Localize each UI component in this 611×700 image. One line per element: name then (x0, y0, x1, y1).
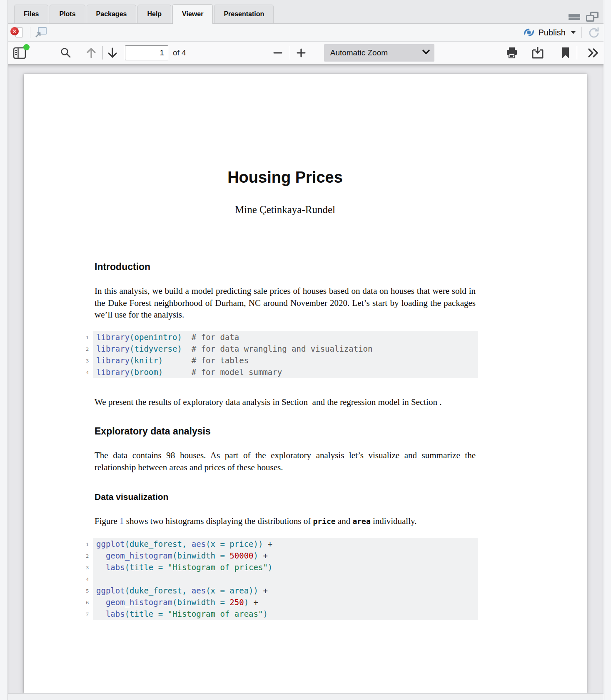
zoom-out-icon[interactable] (273, 48, 283, 58)
sidebar-toggle-icon[interactable] (12, 46, 27, 60)
minimize-pane-icon[interactable] (569, 14, 580, 20)
tab-packages[interactable]: Packages (87, 5, 137, 23)
tab-bar: FilesPlotsPackagesHelpViewerPresentation (8, 0, 604, 24)
text-segment: shows two histograms displaying the dist… (124, 516, 313, 526)
toolbar-separator (290, 46, 290, 60)
section-heading: Data visualization (95, 492, 476, 502)
text-segment: and (336, 516, 353, 526)
status-badge (23, 44, 30, 50)
reload-icon[interactable] (587, 26, 600, 39)
text-segment: We present the results of exploratory da… (95, 397, 441, 407)
more-tools-icon[interactable] (586, 47, 600, 59)
text-segment: In this analysis, we build a model predi… (95, 286, 476, 320)
line-number: 6 (78, 596, 89, 608)
text-segment: price (313, 517, 335, 526)
code-block: 1234library(openintro) # for datalibrary… (78, 331, 478, 378)
pdf-page: Housing Prices Mine Çetinkaya-Rundel Int… (24, 74, 587, 693)
toolbar-separator (30, 27, 30, 38)
tab-files[interactable]: Files (14, 5, 48, 23)
zoom-in-icon[interactable] (296, 48, 306, 58)
publish-button[interactable]: Publish (538, 28, 566, 37)
pdf-viewer-content[interactable]: Housing Prices Mine Çetinkaya-Rundel Int… (8, 65, 604, 700)
code-line: library(knitr) # for tables (96, 355, 478, 366)
paragraph: In this analysis, we build a model predi… (95, 285, 476, 321)
toolbar-separator (581, 27, 582, 38)
viewer-toolbar: ✕ Publish (8, 24, 604, 42)
code-line: labs(title = "Histogram of areas") (96, 608, 478, 620)
viewer-scrollbar-track[interactable] (604, 0, 611, 700)
code-line: labs(title = "Histogram of prices") (96, 561, 478, 573)
viewer-bottom-edge (8, 693, 604, 700)
page-up-icon[interactable] (85, 46, 97, 60)
text-segment: area (352, 517, 370, 526)
line-number-gutter: 1234 (78, 331, 93, 378)
text-segment: individually. (371, 516, 417, 526)
zoom-caret-icon (422, 49, 430, 55)
document: Housing Prices Mine Çetinkaya-Rundel Int… (95, 74, 476, 620)
tab-viewer[interactable]: Viewer (172, 4, 213, 24)
code-line: library(broom) # for model summary (96, 366, 478, 378)
figure-link[interactable]: 1 (120, 516, 124, 526)
paragraph: The data contains 98 houses. As part of … (95, 449, 476, 473)
open-new-window-icon[interactable] (35, 27, 47, 38)
page-number-input[interactable] (125, 45, 168, 60)
publish-group: Publish (523, 26, 600, 39)
maximize-pane-icon[interactable] (586, 12, 599, 22)
code-line: geom_histogram(binwidth = 250) + (96, 596, 478, 608)
paragraph: Figure 1 shows two histograms displaying… (95, 515, 476, 528)
publish-icon (523, 27, 535, 38)
line-number: 7 (78, 608, 89, 620)
code-line: ggplot(duke_forest, aes(x = price)) + (96, 538, 478, 550)
tab-plots[interactable]: Plots (50, 5, 85, 23)
pane-buttons (569, 12, 599, 22)
line-number: 1 (78, 331, 89, 343)
toolbar-separator (577, 46, 577, 60)
code-line: ggplot(duke_forest, aes(x = area)) + (96, 585, 478, 596)
toolbar-separator (102, 46, 103, 60)
code-line (96, 573, 478, 585)
code-line: library(openintro) # for data (96, 331, 478, 343)
search-icon[interactable] (60, 47, 72, 59)
line-number: 3 (78, 561, 89, 573)
bookmark-icon[interactable] (560, 47, 571, 59)
document-author: Mine Çetinkaya-Rundel (95, 204, 476, 216)
line-number: 2 (78, 550, 89, 561)
document-title: Housing Prices (95, 169, 476, 186)
line-number-gutter: 1234567 (78, 538, 93, 620)
line-number: 4 (78, 366, 89, 378)
paragraph: We present the results of exploratory da… (95, 396, 476, 408)
publish-caret-icon[interactable] (571, 31, 576, 35)
window-gutter-left (0, 0, 7, 700)
page-down-icon[interactable] (107, 46, 118, 60)
viewer-pane: FilesPlotsPackagesHelpViewerPresentation… (8, 0, 604, 700)
clear-viewer-icon[interactable]: ✕ (10, 26, 25, 39)
page-count-label: of 4 (173, 48, 186, 57)
document-body: IntroductionIn this analysis, we build a… (95, 261, 476, 620)
text-segment: Figure (95, 516, 120, 526)
line-number: 4 (78, 573, 89, 585)
code-line: library(tidyverse) # for data wrangling … (96, 343, 478, 355)
line-number: 2 (78, 343, 89, 355)
text-segment: The data contains 98 houses. As part of … (95, 450, 476, 472)
zoom-level-label: Automatic Zoom (330, 48, 388, 57)
code-line: geom_histogram(binwidth = 50000) + (96, 550, 478, 561)
code-lines: library(openintro) # for datalibrary(tid… (93, 331, 478, 378)
code-block: 1234567ggplot(duke_forest, aes(x = price… (78, 538, 478, 620)
print-icon[interactable] (505, 46, 519, 60)
section-heading: Exploratory data analysis (95, 426, 476, 437)
line-number: 1 (78, 538, 89, 550)
pdf-toolbar: of 4 Automatic Zoom (8, 42, 604, 65)
tab-bar-tabs: FilesPlotsPackagesHelpViewerPresentation (14, 4, 275, 23)
line-number: 5 (78, 585, 89, 596)
line-number: 3 (78, 355, 89, 366)
tab-help[interactable]: Help (137, 5, 171, 23)
code-lines: ggplot(duke_forest, aes(x = price)) + ge… (93, 538, 478, 620)
section-heading: Introduction (95, 261, 476, 273)
zoom-level-dropdown[interactable]: Automatic Zoom (324, 44, 434, 62)
tab-presentation[interactable]: Presentation (214, 5, 274, 23)
download-icon[interactable] (531, 46, 544, 60)
